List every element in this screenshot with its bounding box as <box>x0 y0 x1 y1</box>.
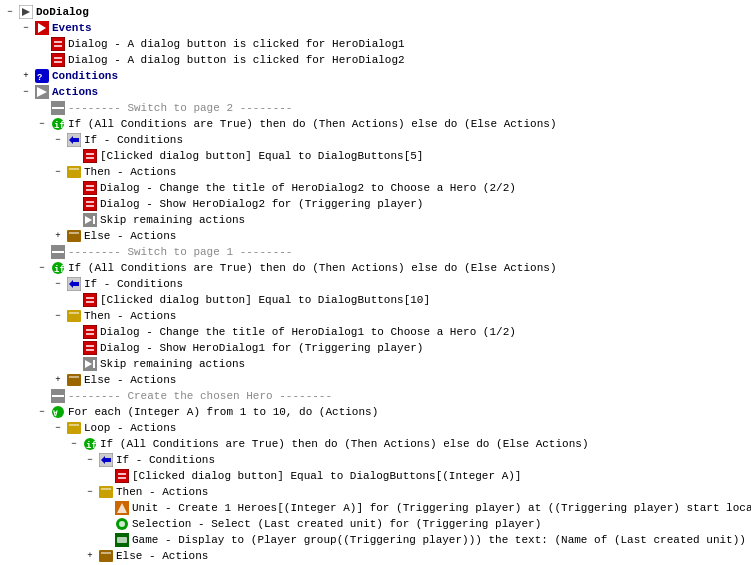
actions-icon <box>34 84 50 100</box>
actions-row[interactable]: − Actions <box>2 84 749 100</box>
conditions-label: Conditions <box>52 68 749 84</box>
conditions-expander[interactable]: + <box>18 68 34 84</box>
if1-expander[interactable]: − <box>34 116 50 132</box>
if2-else-icon <box>66 372 82 388</box>
if2-conditions-expander[interactable]: − <box>50 276 66 292</box>
if2-cond1-label: [Clicked dialog button] Equal to DialogB… <box>100 292 749 308</box>
foreach-else-icon <box>98 548 114 564</box>
foreach-label: For each (Integer A) from 1 to 10, do (A… <box>68 404 749 420</box>
if1-then-row[interactable]: − Then - Actions <box>2 164 749 180</box>
if2-then-action1-row[interactable]: Dialog - Change the title of HeroDialog1… <box>2 324 749 340</box>
if2-then-expander[interactable]: − <box>50 308 66 324</box>
if1-then-expander[interactable]: − <box>50 164 66 180</box>
if1-then-action1-icon <box>82 180 98 196</box>
sep-page2-row: -------- Switch to page 2 -------- <box>2 100 749 116</box>
if1-cond1-icon <box>82 148 98 164</box>
event-2-label: Dialog - A dialog button is clicked for … <box>68 52 749 68</box>
foreach-then-icon <box>98 484 114 500</box>
root-expander[interactable]: − <box>2 4 18 20</box>
foreach-then-action1-icon <box>114 500 130 516</box>
if2-then-action3-row[interactable]: Skip remaining actions <box>2 356 749 372</box>
events-expander[interactable]: − <box>18 20 34 36</box>
if2-icon: if <box>50 260 66 276</box>
sep-page2-icon <box>50 100 66 116</box>
if1-then-action2-icon <box>82 196 98 212</box>
foreach-then-action3-label: Game - Display to (Player group((Trigger… <box>132 532 749 548</box>
loop-label: Loop - Actions <box>84 420 749 436</box>
if2-then-action2-row[interactable]: Dialog - Show HeroDialog1 for (Triggerin… <box>2 340 749 356</box>
root-node[interactable]: − DoDialog <box>2 4 749 20</box>
foreach-then-action2-row[interactable]: Selection - Select (Last created unit) f… <box>2 516 749 532</box>
if1-then-action2-label: Dialog - Show HeroDialog2 for (Triggerin… <box>100 196 749 212</box>
if1-then-action2-row[interactable]: Dialog - Show HeroDialog2 for (Triggerin… <box>2 196 749 212</box>
if2-row[interactable]: − if If (All Conditions are True) then d… <box>2 260 749 276</box>
if1-else-expander[interactable]: + <box>50 228 66 244</box>
if2-then-action2-icon <box>82 340 98 356</box>
foreach-then-action2-label: Selection - Select (Last created unit) f… <box>132 516 749 532</box>
root-icon <box>18 4 34 20</box>
if1-else-label: Else - Actions <box>84 228 749 244</box>
sep-hero-label: -------- Create the chosen Hero -------- <box>68 388 749 404</box>
sep-page1-label: -------- Switch to page 1 -------- <box>68 244 749 260</box>
foreach-then-row[interactable]: − Then - Actions <box>2 484 749 500</box>
foreach-else-expander[interactable]: + <box>82 548 98 564</box>
event-2-row[interactable]: Dialog - A dialog button is clicked for … <box>2 52 749 68</box>
actions-expander[interactable]: − <box>18 84 34 100</box>
foreach-then-action3-icon <box>114 532 130 548</box>
conditions-row[interactable]: + ? Conditions <box>2 68 749 84</box>
foreach-else-row[interactable]: + Else - Actions <box>2 548 749 564</box>
if1-row[interactable]: − if If (All Conditions are True) then d… <box>2 116 749 132</box>
if1-conditions-expander[interactable]: − <box>50 132 66 148</box>
foreach-expander[interactable]: − <box>34 404 50 420</box>
if2-then-row[interactable]: − Then - Actions <box>2 308 749 324</box>
if2-cond1-icon <box>82 292 98 308</box>
events-label: Events <box>52 20 749 36</box>
if2-then-action1-icon <box>82 324 98 340</box>
if1-then-action3-icon <box>82 212 98 228</box>
sep-page1-icon <box>50 244 66 260</box>
if1-then-action3-row[interactable]: Skip remaining actions <box>2 212 749 228</box>
foreach-conditions-expander[interactable]: − <box>82 452 98 468</box>
foreach-then-expander[interactable]: − <box>82 484 98 500</box>
svg-rect-80 <box>101 552 111 554</box>
foreach-then-label: Then - Actions <box>116 484 749 500</box>
if1-else-row[interactable]: + Else - Actions <box>2 228 749 244</box>
foreach-row[interactable]: − ∀ For each (Integer A) from 1 to 10, d… <box>2 404 749 420</box>
if2-else-expander[interactable]: + <box>50 372 66 388</box>
svg-rect-56 <box>67 374 81 386</box>
foreach-conditions-icon <box>98 452 114 468</box>
if1-then-action1-row[interactable]: Dialog - Change the title of HeroDialog2… <box>2 180 749 196</box>
sep-page2-label: -------- Switch to page 2 -------- <box>68 100 749 116</box>
foreach-cond1-row[interactable]: [Clicked dialog button] Equal to DialogB… <box>2 468 749 484</box>
sep-page1-row: -------- Switch to page 1 -------- <box>2 244 749 260</box>
svg-text:if: if <box>86 441 97 451</box>
events-row[interactable]: − Events <box>2 20 749 36</box>
if1-conditions-row[interactable]: − If - Conditions <box>2 132 749 148</box>
foreach-then-action1-row[interactable]: Unit - Create 1 Heroes[(Integer A)] for … <box>2 500 749 516</box>
svg-text:if: if <box>54 265 65 275</box>
foreach-then-action3-row[interactable]: Game - Display to (Player group((Trigger… <box>2 532 749 548</box>
foreach-conditions-label: If - Conditions <box>116 452 749 468</box>
foreach-if-row[interactable]: − if If (All Conditions are True) then d… <box>2 436 749 452</box>
if2-cond1-row[interactable]: [Clicked dialog button] Equal to DialogB… <box>2 292 749 308</box>
if2-then-label: Then - Actions <box>84 308 749 324</box>
if2-conditions-row[interactable]: − If - Conditions <box>2 276 749 292</box>
svg-rect-4 <box>51 37 65 51</box>
loop-row[interactable]: − Loop - Actions <box>2 420 749 436</box>
foreach-cond1-icon <box>114 468 130 484</box>
if2-else-row[interactable]: + Else - Actions <box>2 372 749 388</box>
svg-rect-45 <box>67 310 81 322</box>
if2-expander[interactable]: − <box>34 260 50 276</box>
svg-rect-20 <box>83 149 97 163</box>
if1-cond1-row[interactable]: [Clicked dialog button] Equal to DialogB… <box>2 148 749 164</box>
foreach-conditions-row[interactable]: − If - Conditions <box>2 452 749 468</box>
if1-conditions-icon <box>66 132 82 148</box>
loop-expander[interactable]: − <box>50 420 66 436</box>
svg-rect-62 <box>67 422 81 434</box>
svg-text:∀: ∀ <box>53 409 58 418</box>
if2-then-action1-label: Dialog - Change the title of HeroDialog1… <box>100 324 749 340</box>
event-1-row[interactable]: Dialog - A dialog button is clicked for … <box>2 36 749 52</box>
svg-rect-47 <box>83 325 97 339</box>
if2-then-action2-label: Dialog - Show HeroDialog1 for (Triggerin… <box>100 340 749 356</box>
foreach-if-expander[interactable]: − <box>66 436 82 452</box>
